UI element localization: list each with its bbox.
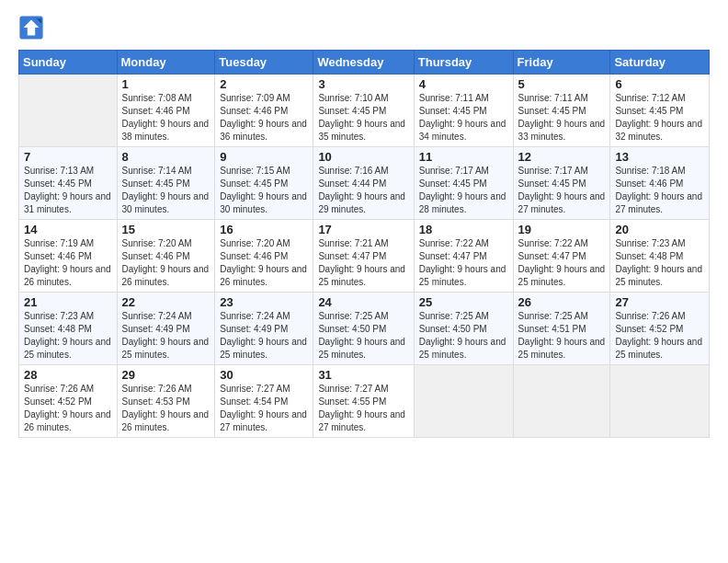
calendar-cell: 27Sunrise: 7:26 AMSunset: 4:52 PMDayligh… <box>610 293 710 365</box>
day-number: 28 <box>24 368 112 382</box>
day-info: Sunrise: 7:10 AMSunset: 4:45 PMDaylight:… <box>318 92 408 144</box>
day-info: Sunrise: 7:21 AMSunset: 4:47 PMDaylight:… <box>318 237 408 289</box>
calendar-cell: 28Sunrise: 7:26 AMSunset: 4:52 PMDayligh… <box>19 365 118 438</box>
calendar-cell: 25Sunrise: 7:25 AMSunset: 4:50 PMDayligh… <box>414 293 513 365</box>
day-info: Sunrise: 7:19 AMSunset: 4:46 PMDaylight:… <box>24 237 112 289</box>
calendar-cell: 9Sunrise: 7:15 AMSunset: 4:45 PMDaylight… <box>215 147 313 220</box>
calendar-cell: 20Sunrise: 7:23 AMSunset: 4:48 PMDayligh… <box>610 220 710 293</box>
day-number: 24 <box>318 295 408 309</box>
day-number: 7 <box>24 150 112 164</box>
weekday-header-wednesday: Wednesday <box>313 51 414 75</box>
weekday-header-tuesday: Tuesday <box>215 51 313 75</box>
day-info: Sunrise: 7:26 AMSunset: 4:53 PMDaylight:… <box>122 383 210 434</box>
day-number: 16 <box>220 223 308 236</box>
day-info: Sunrise: 7:24 AMSunset: 4:49 PMDaylight:… <box>220 310 308 362</box>
day-number: 1 <box>122 77 210 91</box>
calendar-cell: 3Sunrise: 7:10 AMSunset: 4:45 PMDaylight… <box>313 75 414 147</box>
day-info: Sunrise: 7:17 AMSunset: 4:45 PMDaylight:… <box>419 165 508 216</box>
day-info: Sunrise: 7:27 AMSunset: 4:55 PMDaylight:… <box>318 383 408 434</box>
day-info: Sunrise: 7:25 AMSunset: 4:50 PMDaylight:… <box>419 310 508 362</box>
day-number: 10 <box>318 150 408 164</box>
day-number: 21 <box>24 295 112 309</box>
calendar-cell: 1Sunrise: 7:08 AMSunset: 4:46 PMDaylight… <box>117 75 215 147</box>
calendar-cell: 12Sunrise: 7:17 AMSunset: 4:45 PMDayligh… <box>513 147 610 220</box>
day-number: 23 <box>220 295 308 309</box>
calendar: SundayMondayTuesdayWednesdayThursdayFrid… <box>18 50 710 438</box>
calendar-cell: 31Sunrise: 7:27 AMSunset: 4:55 PMDayligh… <box>313 365 414 438</box>
day-info: Sunrise: 7:08 AMSunset: 4:46 PMDaylight:… <box>122 92 210 144</box>
calendar-cell: 19Sunrise: 7:22 AMSunset: 4:47 PMDayligh… <box>513 220 610 293</box>
day-number: 6 <box>615 77 704 91</box>
day-number: 8 <box>122 150 210 164</box>
logo-icon <box>18 15 44 40</box>
day-number: 14 <box>24 223 112 236</box>
day-number: 12 <box>518 150 606 164</box>
day-number: 11 <box>419 150 508 164</box>
calendar-cell: 15Sunrise: 7:20 AMSunset: 4:46 PMDayligh… <box>117 220 215 293</box>
day-info: Sunrise: 7:26 AMSunset: 4:52 PMDaylight:… <box>24 383 112 434</box>
day-number: 13 <box>615 150 704 164</box>
calendar-cell: 6Sunrise: 7:12 AMSunset: 4:45 PMDaylight… <box>610 75 710 147</box>
calendar-cell: 22Sunrise: 7:24 AMSunset: 4:49 PMDayligh… <box>117 293 215 365</box>
calendar-cell: 21Sunrise: 7:23 AMSunset: 4:48 PMDayligh… <box>19 293 118 365</box>
calendar-cell: 30Sunrise: 7:27 AMSunset: 4:54 PMDayligh… <box>215 365 313 438</box>
day-number: 4 <box>419 77 508 91</box>
weekday-header-sunday: Sunday <box>19 51 118 75</box>
calendar-cell <box>513 365 610 438</box>
day-number: 27 <box>615 295 704 309</box>
day-info: Sunrise: 7:14 AMSunset: 4:45 PMDaylight:… <box>122 165 210 216</box>
day-number: 31 <box>318 368 408 382</box>
day-number: 15 <box>122 223 210 236</box>
day-info: Sunrise: 7:25 AMSunset: 4:51 PMDaylight:… <box>518 310 606 362</box>
day-number: 25 <box>419 295 508 309</box>
day-info: Sunrise: 7:20 AMSunset: 4:46 PMDaylight:… <box>122 237 210 289</box>
calendar-cell: 13Sunrise: 7:18 AMSunset: 4:46 PMDayligh… <box>610 147 710 220</box>
day-info: Sunrise: 7:23 AMSunset: 4:48 PMDaylight:… <box>615 237 704 289</box>
calendar-cell: 11Sunrise: 7:17 AMSunset: 4:45 PMDayligh… <box>414 147 513 220</box>
page: SundayMondayTuesdayWednesdayThursdayFrid… <box>0 0 728 563</box>
calendar-cell: 17Sunrise: 7:21 AMSunset: 4:47 PMDayligh… <box>313 220 414 293</box>
weekday-header-saturday: Saturday <box>610 51 710 75</box>
calendar-cell: 4Sunrise: 7:11 AMSunset: 4:45 PMDaylight… <box>414 75 513 147</box>
day-number: 9 <box>220 150 308 164</box>
day-number: 2 <box>220 77 308 91</box>
day-info: Sunrise: 7:22 AMSunset: 4:47 PMDaylight:… <box>518 237 606 289</box>
calendar-cell: 23Sunrise: 7:24 AMSunset: 4:49 PMDayligh… <box>215 293 313 365</box>
day-info: Sunrise: 7:13 AMSunset: 4:45 PMDaylight:… <box>24 165 112 216</box>
day-number: 18 <box>419 223 508 236</box>
calendar-cell <box>19 75 118 147</box>
weekday-header-monday: Monday <box>117 51 215 75</box>
calendar-cell <box>610 365 710 438</box>
day-number: 3 <box>318 77 408 91</box>
calendar-cell: 5Sunrise: 7:11 AMSunset: 4:45 PMDaylight… <box>513 75 610 147</box>
day-info: Sunrise: 7:27 AMSunset: 4:54 PMDaylight:… <box>220 383 308 434</box>
day-number: 30 <box>220 368 308 382</box>
day-info: Sunrise: 7:23 AMSunset: 4:48 PMDaylight:… <box>24 310 112 362</box>
day-info: Sunrise: 7:20 AMSunset: 4:46 PMDaylight:… <box>220 237 308 289</box>
day-number: 26 <box>518 295 606 309</box>
day-number: 20 <box>615 223 704 236</box>
calendar-cell: 24Sunrise: 7:25 AMSunset: 4:50 PMDayligh… <box>313 293 414 365</box>
weekday-header-friday: Friday <box>513 51 610 75</box>
day-info: Sunrise: 7:25 AMSunset: 4:50 PMDaylight:… <box>318 310 408 362</box>
day-info: Sunrise: 7:17 AMSunset: 4:45 PMDaylight:… <box>518 165 606 216</box>
header <box>18 15 710 40</box>
logo <box>18 15 46 40</box>
day-info: Sunrise: 7:11 AMSunset: 4:45 PMDaylight:… <box>419 92 508 144</box>
day-number: 17 <box>318 223 408 236</box>
calendar-cell: 2Sunrise: 7:09 AMSunset: 4:46 PMDaylight… <box>215 75 313 147</box>
day-number: 22 <box>122 295 210 309</box>
calendar-cell: 18Sunrise: 7:22 AMSunset: 4:47 PMDayligh… <box>414 220 513 293</box>
calendar-cell: 26Sunrise: 7:25 AMSunset: 4:51 PMDayligh… <box>513 293 610 365</box>
calendar-cell: 8Sunrise: 7:14 AMSunset: 4:45 PMDaylight… <box>117 147 215 220</box>
day-info: Sunrise: 7:22 AMSunset: 4:47 PMDaylight:… <box>419 237 508 289</box>
day-info: Sunrise: 7:12 AMSunset: 4:45 PMDaylight:… <box>615 92 704 144</box>
calendar-cell: 14Sunrise: 7:19 AMSunset: 4:46 PMDayligh… <box>19 220 118 293</box>
weekday-header-thursday: Thursday <box>414 51 513 75</box>
calendar-cell: 29Sunrise: 7:26 AMSunset: 4:53 PMDayligh… <box>117 365 215 438</box>
day-info: Sunrise: 7:16 AMSunset: 4:44 PMDaylight:… <box>318 165 408 216</box>
day-info: Sunrise: 7:09 AMSunset: 4:46 PMDaylight:… <box>220 92 308 144</box>
calendar-cell <box>414 365 513 438</box>
calendar-cell: 16Sunrise: 7:20 AMSunset: 4:46 PMDayligh… <box>215 220 313 293</box>
day-info: Sunrise: 7:24 AMSunset: 4:49 PMDaylight:… <box>122 310 210 362</box>
